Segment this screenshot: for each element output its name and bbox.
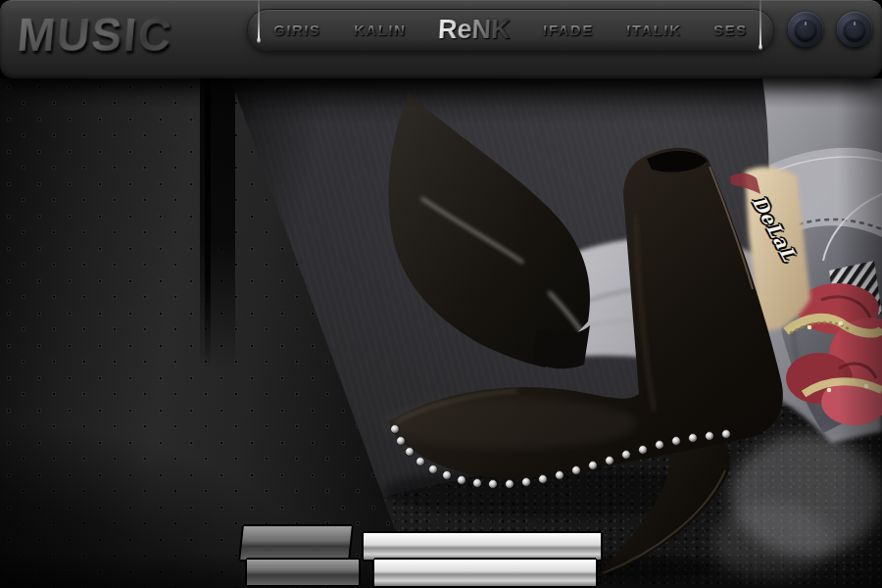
caption-phrase-insanlar: insanlar Üzerinde [364,533,601,560]
page: MUSIC GIRIS KALIN ReNK IFADE ITALIK SES [0,0,882,588]
caption-word-hayaller: hayaller [247,560,359,585]
nav-item-kalin[interactable]: KALIN [353,22,407,38]
knob-dial-icon [795,20,816,41]
site-logo[interactable]: MUSIC [16,7,175,62]
blur-patch [713,434,882,580]
caption-line-2: hayallerKURUYORUZ [201,560,642,586]
nav-item-ifade[interactable]: IFADE [542,22,594,38]
caption-word-yanlis: Yanlış [240,526,352,560]
knob-button-right[interactable] [837,12,872,47]
nav-item-giris[interactable]: GIRIS [272,22,321,38]
background-boot [388,93,590,368]
knob-dial-icon [844,20,865,41]
caption-word-kuruyoruz: KURUYORUZ [374,560,597,586]
decor-wire-right [760,0,761,46]
boots-photo-illustration [0,78,882,588]
caption: Yanlışinsanlar Üzerinde hayallerKURUYORU… [201,526,642,586]
nav-item-renk[interactable]: ReNK [437,15,511,45]
nav-item-ses[interactable]: SES [713,22,749,38]
knob-button-left[interactable] [788,12,823,47]
caption-line-1: Yanlışinsanlar Üzerinde [201,526,642,560]
header-bar: MUSIC GIRIS KALIN ReNK IFADE ITALIK SES [0,0,882,78]
decor-wire-left [258,0,260,39]
nav-item-italik[interactable]: ITALIK [625,22,682,38]
nav-bar: GIRIS KALIN ReNK IFADE ITALIK SES [247,9,774,51]
main-banner: DeLaL Yanlışinsanlar Üzerinde hayallerKU… [0,78,882,588]
